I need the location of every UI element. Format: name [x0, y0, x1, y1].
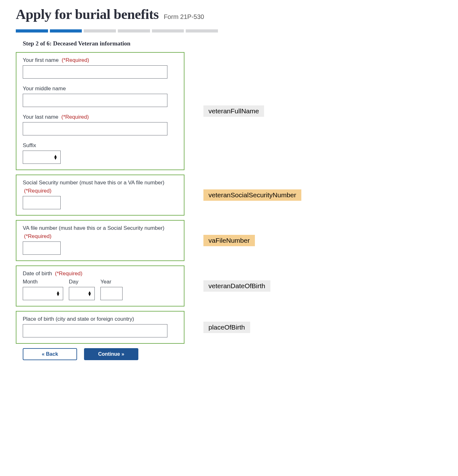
annotation-pob: placeOfBirth — [203, 322, 250, 333]
va-file-input[interactable] — [23, 241, 61, 255]
first-name-input[interactable] — [23, 65, 167, 79]
dob-day-label: Day — [69, 279, 95, 285]
name-panel: Your first name (*Required) Your middle … — [16, 52, 184, 170]
va-file-panel: VA file number (must have this or a Soci… — [16, 220, 184, 261]
page-title: Apply for burial benefits — [16, 6, 159, 22]
pob-input[interactable] — [23, 324, 167, 337]
suffix-select[interactable] — [23, 151, 61, 164]
back-button[interactable]: « Back — [23, 348, 77, 360]
first-name-label: Your first name (*Required) — [23, 57, 178, 63]
dob-day-select[interactable] — [69, 287, 95, 300]
required-marker: (*Required) — [61, 114, 89, 120]
form-number: Form 21P-530 — [164, 13, 204, 21]
annotation-dob: veteranDateOfBirth — [203, 280, 270, 292]
step-title: Step 2 of 6: Deceased Veteran informatio… — [23, 40, 442, 47]
progress-segment — [50, 29, 82, 33]
dob-panel: Date of birth (*Required) Month ▲▼ Day ▲… — [16, 265, 184, 306]
dob-year-input[interactable] — [100, 287, 123, 300]
required-marker: (*Required) — [55, 271, 82, 277]
annotation-ssn: veteranSocialSecurityNumber — [203, 189, 301, 201]
dob-month-select[interactable] — [23, 287, 63, 300]
required-marker: (*Required) — [24, 188, 178, 194]
progress-segment — [118, 29, 150, 33]
last-name-input[interactable] — [23, 122, 167, 135]
dob-year-label: Year — [100, 279, 123, 285]
annotation-va-file: vaFileNumber — [203, 235, 255, 246]
pob-label: Place of birth (city and state or foreig… — [23, 316, 178, 322]
last-name-label: Your last name (*Required) — [23, 114, 178, 120]
ssn-label: Social Security number (must have this o… — [23, 180, 178, 186]
progress-segment — [186, 29, 218, 33]
dob-label: Date of birth (*Required) — [23, 271, 178, 277]
middle-name-label: Your middle name — [23, 86, 178, 92]
progress-bar — [16, 29, 218, 33]
progress-segment — [16, 29, 48, 33]
suffix-label: Suffix — [23, 142, 178, 149]
progress-segment — [152, 29, 184, 33]
required-marker: (*Required) — [24, 233, 178, 240]
middle-name-input[interactable] — [23, 94, 167, 107]
required-marker: (*Required) — [62, 57, 89, 63]
progress-segment — [84, 29, 116, 33]
continue-button[interactable]: Continue » — [84, 348, 138, 360]
dob-month-label: Month — [23, 279, 63, 285]
pob-panel: Place of birth (city and state or foreig… — [16, 311, 184, 344]
ssn-input[interactable] — [23, 196, 61, 209]
annotation-name: veteranFullName — [203, 105, 264, 117]
ssn-panel: Social Security number (must have this o… — [16, 175, 184, 216]
va-file-label: VA file number (must have this or a Soci… — [23, 225, 178, 231]
